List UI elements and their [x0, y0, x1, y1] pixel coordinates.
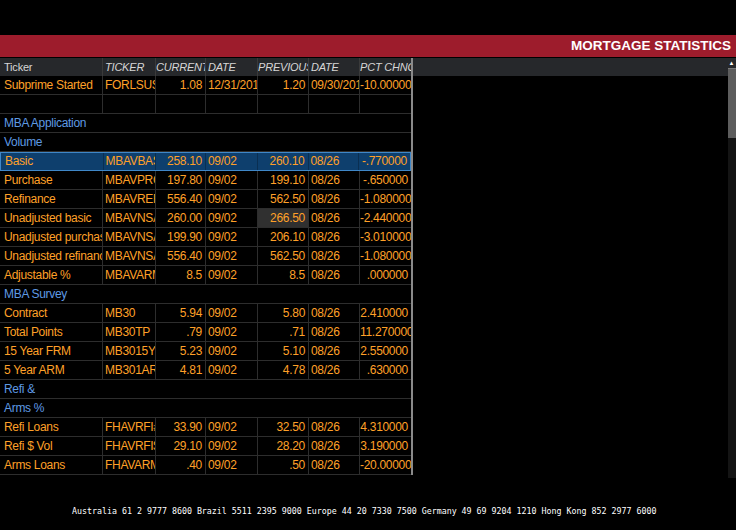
table-row[interactable]: Unadjusted refinanceMBAVNSAR556.4009/025…: [0, 247, 411, 266]
current-date-cell: 09/02: [206, 266, 258, 284]
current-value-cell: 4.81: [156, 361, 206, 379]
table-row[interactable]: PurchaseMBAVPRCH197.8009/02199.1008/26-.…: [0, 171, 411, 190]
table-row[interactable]: 15 Year FRMMB3015YR5.2309/025.1008/262.5…: [0, 342, 411, 361]
table-row[interactable]: BasicMBAVBASC258.1009/02260.1008/26-.770…: [0, 152, 411, 171]
previous-date-cell: 08/26: [309, 153, 360, 170]
previous-date-cell: 08/26: [309, 209, 360, 227]
column-header-current: CURRENT: [156, 58, 206, 76]
row-label: Unadjusted basic: [0, 209, 103, 227]
previous-value-cell: 8.5: [258, 266, 309, 284]
previous-value-cell: 266.50: [258, 209, 309, 227]
current-date-cell: 09/02: [206, 171, 258, 189]
current-value-cell: 197.80: [156, 171, 206, 189]
ticker-cell: MB301ARM: [103, 361, 156, 379]
current-value-cell: 556.40: [156, 247, 206, 265]
ticker-cell: MB30: [103, 304, 156, 322]
previous-value-cell: .50: [258, 456, 309, 474]
footer-line-1: Australia 61 2 9777 8600 Brazil 5511 239…: [0, 506, 736, 517]
row-label: [0, 95, 103, 113]
current-date-cell: 09/02: [206, 153, 258, 170]
previous-value-cell: 32.50: [258, 418, 309, 436]
previous-date-cell: 08/26: [309, 456, 360, 474]
row-label: Unadjusted purchase: [0, 228, 103, 246]
current-date-cell: 09/02: [206, 190, 258, 208]
section-label: Volume: [0, 133, 411, 151]
terminal-screen: MORTGAGE STATISTICS Ticker TICKER CURREN…: [0, 0, 736, 530]
ticker-cell: MB30TP: [103, 323, 156, 341]
ticker-cell: [103, 95, 156, 113]
row-label: Purchase: [0, 171, 103, 189]
current-date-cell: 09/02: [206, 342, 258, 360]
previous-value-cell: 260.10: [258, 153, 309, 170]
table-row[interactable]: Unadjusted basicMBAVNSAB260.0009/02266.5…: [0, 209, 411, 228]
section-label: Arms %: [0, 399, 411, 417]
pct-chng-cell: -1.080000: [360, 190, 411, 208]
section-label: Refi &: [0, 380, 411, 398]
ticker-cell: MBAVNSAP: [103, 228, 156, 246]
previous-value-cell: 562.50: [258, 247, 309, 265]
ticker-cell: MB3015YR: [103, 342, 156, 360]
table-row[interactable]: Refi $ VolFHAVRFI$29.1009/0228.2008/263.…: [0, 437, 411, 456]
current-date-cell: 09/02: [206, 361, 258, 379]
current-date-cell: 09/02: [206, 304, 258, 322]
scrollbar-thumb[interactable]: [728, 68, 736, 138]
current-value-cell: [156, 95, 206, 113]
ticker-cell: MBAVREFI: [103, 190, 156, 208]
page-title: MORTGAGE STATISTICS: [0, 35, 736, 57]
previous-value-cell: 206.10: [258, 228, 309, 246]
pct-chng-cell: 3.190000: [360, 437, 411, 455]
row-label: Total Points: [0, 323, 103, 341]
pct-chng-cell: .630000: [360, 361, 411, 379]
row-label: Unadjusted refinance: [0, 247, 103, 265]
current-value-cell: .40: [156, 456, 206, 474]
previous-date-cell: 08/26: [309, 418, 360, 436]
previous-date-cell: 08/26: [309, 266, 360, 284]
current-value-cell: 33.90: [156, 418, 206, 436]
table-header-row: Ticker TICKER CURRENT DATE PREVIOUS DATE…: [0, 58, 736, 76]
previous-value-cell: 562.50: [258, 190, 309, 208]
current-value-cell: 1.08: [156, 76, 206, 94]
previous-value-cell: 1.20: [258, 76, 309, 94]
pct-chng-cell: -1.080000: [360, 247, 411, 265]
table-row[interactable]: Arms LoansFHAVARM#.4009/02.5008/26-20.00…: [0, 456, 411, 475]
table-row[interactable]: RefinanceMBAVREFI556.4009/02562.5008/26-…: [0, 190, 411, 209]
pct-chng-cell: 2.550000: [360, 342, 411, 360]
section-row: Refi &: [0, 380, 411, 399]
statistics-table: Subprime StartedFORLSUST1.0812/31/20161.…: [0, 76, 411, 475]
section-label: MBA Application: [0, 114, 411, 132]
current-date-cell: 09/02: [206, 228, 258, 246]
table-right-border: [411, 58, 413, 475]
column-header-current-date: DATE: [206, 58, 258, 76]
pct-chng-cell: -20.000000: [360, 456, 411, 474]
current-value-cell: 8.5: [156, 266, 206, 284]
pct-chng-cell: 4.310000: [360, 418, 411, 436]
scroll-up-icon[interactable]: ▲: [727, 58, 736, 68]
current-value-cell: .79: [156, 323, 206, 341]
table-row[interactable]: ContractMB305.9409/025.8008/262.410000: [0, 304, 411, 323]
previous-date-cell: 08/26: [309, 437, 360, 455]
previous-value-cell: [258, 95, 309, 113]
table-row[interactable]: Adjustable %MBAVARM%8.509/028.508/26.000…: [0, 266, 411, 285]
table-row[interactable]: Unadjusted purchaseMBAVNSAP199.9009/0220…: [0, 228, 411, 247]
row-label: Subprime Started: [0, 76, 103, 94]
previous-date-cell: 08/26: [309, 304, 360, 322]
section-row: Arms %: [0, 399, 411, 418]
table-row[interactable]: Refi LoansFHAVRFI#33.9009/0232.5008/264.…: [0, 418, 411, 437]
ticker-cell: MBAVARM%: [103, 266, 156, 284]
pct-chng-cell: -.770000: [359, 153, 410, 170]
current-date-cell: 09/02: [206, 437, 258, 455]
row-label: Refi Loans: [0, 418, 103, 436]
table-row[interactable]: Total PointsMB30TP.7909/02.7108/2611.270…: [0, 323, 411, 342]
table-row[interactable]: Subprime StartedFORLSUST1.0812/31/20161.…: [0, 76, 411, 95]
previous-date-cell: [309, 95, 360, 113]
previous-date-cell: 08/26: [309, 171, 360, 189]
pct-chng-cell: -10.000000: [360, 76, 411, 94]
pct-chng-cell: 11.270000: [360, 323, 411, 341]
table-row[interactable]: 5 Year ARMMB301ARM4.8109/024.7808/26.630…: [0, 361, 411, 380]
previous-date-cell: 09/30/2016: [309, 76, 360, 94]
current-date-cell: 12/31/2016: [206, 76, 258, 94]
ticker-cell: MBAVNSAB: [103, 209, 156, 227]
pct-chng-cell: [360, 95, 411, 113]
ticker-cell: MBAVBASC: [104, 153, 157, 170]
previous-date-cell: 08/26: [309, 323, 360, 341]
